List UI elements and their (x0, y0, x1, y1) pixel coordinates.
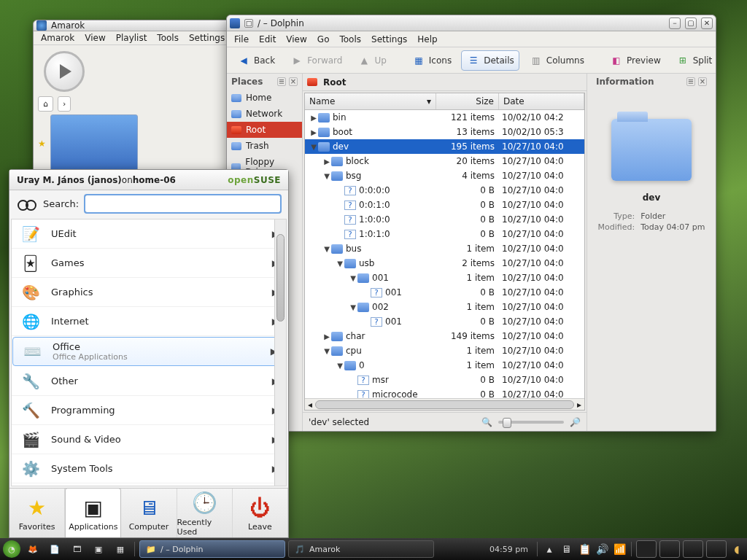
col-size[interactable]: Size (436, 93, 499, 109)
expand-icon[interactable]: ▼ (349, 303, 357, 311)
place-network[interactable]: Network (227, 106, 302, 122)
place-trash[interactable]: Trash (227, 138, 302, 154)
menu-view[interactable]: View (80, 31, 109, 44)
zoom-slider[interactable] (498, 421, 564, 424)
expand-icon[interactable]: ▼ (322, 172, 331, 180)
menu-help[interactable]: Help (413, 33, 441, 46)
task--dolphin[interactable]: 📁/ – Dolphin (139, 540, 285, 558)
tray-cashew-icon[interactable]: ◖ (729, 540, 744, 558)
menu-go[interactable]: Go (313, 33, 334, 46)
tray-volume-icon[interactable]: 🔊 (595, 540, 609, 558)
table-row[interactable]: ▼0021 item10/27/10 04:0 (305, 300, 584, 314)
menu-tools[interactable]: Tools (335, 33, 365, 46)
table-row[interactable]: ▶boot13 items10/02/10 05:3 (305, 125, 584, 139)
tray-pager-3[interactable] (683, 540, 703, 558)
tray-network-icon[interactable]: 📶 (612, 540, 627, 558)
details-view-button[interactable]: ☰Details (461, 50, 519, 71)
tab-leave[interactable]: ⏻Leave (233, 489, 288, 537)
menu-tools[interactable]: Tools (152, 31, 183, 44)
table-row[interactable]: ▼cpu1 item10/27/10 04:0 (305, 343, 584, 358)
launcher-files[interactable]: ▦ (111, 540, 130, 558)
menu-amarok[interactable]: Amarok (36, 31, 79, 44)
tray-pager-2[interactable] (659, 540, 680, 558)
table-row[interactable]: ▼0011 item10/27/10 04:0 (305, 271, 584, 285)
table-row[interactable]: ▼dev195 items10/27/10 04:0 (305, 139, 584, 154)
breadcrumb[interactable]: Root (303, 74, 587, 91)
launcher-firefox[interactable]: 🦊 (23, 540, 42, 558)
icons-view-button[interactable]: ▦Icons (406, 50, 457, 71)
kmenu-button[interactable]: ◔ (3, 540, 20, 558)
table-row[interactable]: ▼bus1 item10/27/10 04:0 (305, 241, 584, 256)
table-row[interactable]: 0:0:1:00 B10/27/10 04:0 (305, 198, 584, 212)
menu-file[interactable]: File (230, 33, 253, 46)
h-scrollbar[interactable]: ◂▸ (305, 398, 584, 410)
table-row[interactable]: 1:0:1:00 B10/27/10 04:0 (305, 227, 584, 241)
kmenu-scrollbar[interactable] (274, 219, 286, 486)
place-home[interactable]: Home (227, 90, 302, 106)
category-system-tools[interactable]: ⚙️System Tools▶ (12, 454, 286, 483)
expand-icon[interactable]: ▼ (322, 347, 331, 355)
tray-pager-4[interactable] (706, 540, 727, 558)
category-other[interactable]: 🔧Other▶ (12, 367, 286, 396)
zoom-out-icon[interactable]: 🔍 (481, 417, 492, 427)
expand-icon[interactable]: ▶ (322, 158, 331, 166)
table-row[interactable]: ▶bin121 items10/02/10 04:2 (305, 110, 584, 125)
tray-pager-1[interactable] (636, 540, 657, 558)
menu-view[interactable]: View (282, 33, 311, 46)
category-office[interactable]: ⌨️OfficeOffice Applications▶ (12, 337, 285, 366)
category-sound-video[interactable]: 🎬Sound & Video▶ (12, 425, 286, 454)
table-row[interactable]: ▼bsg4 items10/27/10 04:0 (305, 168, 584, 183)
dolphin-menubar[interactable]: File Edit View Go Tools Settings Help (227, 31, 716, 47)
expand-icon[interactable]: ▼ (309, 143, 318, 151)
launcher-desktop[interactable]: 🗔 (67, 540, 86, 558)
menu-settings[interactable]: Settings (367, 33, 411, 46)
table-row[interactable]: ▼usb2 items10/27/10 04:0 (305, 256, 584, 271)
tray-expand-icon[interactable]: ▴ (542, 540, 557, 558)
col-name[interactable]: Name▾ (305, 93, 436, 109)
nav-home-icon[interactable]: ⌂ (38, 96, 53, 112)
clock[interactable]: 04:59 pm (485, 545, 533, 554)
split-button[interactable]: ⊞Split (670, 50, 718, 71)
nav-next-icon[interactable]: › (58, 96, 71, 112)
close-button[interactable]: ✕ (701, 18, 713, 29)
table-row[interactable]: microcode0 B10/27/10 04:0 (305, 387, 584, 398)
category-uedit[interactable]: 📝UEdit▶ (12, 219, 286, 249)
columns-view-button[interactable]: ▥Columns (524, 50, 589, 71)
preview-button[interactable]: ◧Preview (604, 50, 666, 71)
expand-icon[interactable]: ▶ (322, 332, 331, 341)
tab-computer[interactable]: 🖥Computer (121, 489, 177, 537)
forward-button[interactable]: ▶Forward (285, 50, 347, 71)
tab-recently-used[interactable]: 🕒Recently Used (177, 489, 233, 537)
table-row[interactable]: ▶char149 items10/27/10 04:0 (305, 329, 584, 343)
table-header[interactable]: Name▾ Size Date (305, 93, 584, 110)
place-root[interactable]: Root (227, 122, 302, 138)
back-button[interactable]: ◀Back (231, 50, 280, 71)
tray-clipboard-icon[interactable]: 📋 (577, 540, 592, 558)
expand-icon[interactable]: ▼ (349, 274, 357, 282)
expand-icon[interactable]: ▼ (322, 245, 331, 253)
menu-playlist[interactable]: Playlist (112, 31, 152, 44)
tab-applications[interactable]: ▣Applications (65, 488, 121, 537)
expand-icon[interactable]: ▶ (309, 114, 318, 122)
table-row[interactable]: 0010 B10/27/10 04:0 (305, 285, 584, 300)
table-row[interactable]: ▶block20 items10/27/10 04:0 (305, 154, 584, 168)
launcher-terminal[interactable]: ▣ (89, 540, 108, 558)
menu-settings[interactable]: Settings (185, 31, 229, 44)
tray-display-icon[interactable]: 🖥 (560, 540, 574, 558)
task-amarok[interactable]: 🎵Amarok (288, 540, 434, 558)
category-internet[interactable]: 🌐Internet▶ (12, 307, 286, 336)
table-row[interactable]: msr0 B10/27/10 04:0 (305, 373, 584, 387)
expand-icon[interactable]: ▼ (336, 260, 344, 268)
expand-icon[interactable]: ▼ (336, 362, 344, 370)
category-universal-access[interactable]: ♿Universal Access▶ (12, 483, 286, 486)
col-date[interactable]: Date (499, 93, 584, 109)
dolphin-titlebar[interactable]: □ / – Dolphin － ▢ ✕ (227, 15, 716, 31)
category-games[interactable]: 🃏Games▶ (12, 249, 286, 278)
info-close-icon[interactable]: × (698, 77, 707, 86)
crumb-root[interactable]: Root (323, 77, 346, 88)
play-button[interactable] (44, 51, 85, 92)
tab-favorites[interactable]: ★Favorites (9, 489, 65, 537)
table-row[interactable]: 1:0:0:00 B10/27/10 04:0 (305, 212, 584, 227)
expand-icon[interactable]: ▶ (309, 128, 318, 136)
zoom-in-icon[interactable]: 🔎 (570, 417, 581, 427)
